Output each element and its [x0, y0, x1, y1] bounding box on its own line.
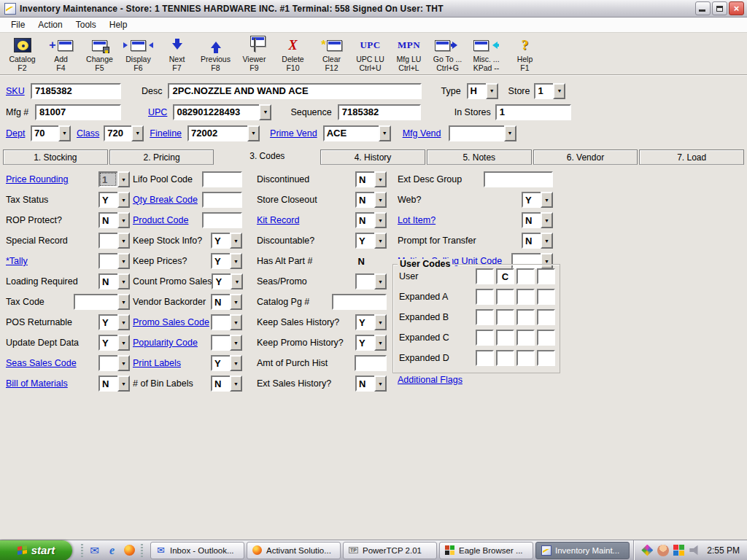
- rop-protect-combo[interactable]: N▼: [98, 212, 130, 228]
- ext-sales-history-combo[interactable]: N▼: [355, 376, 387, 392]
- help-button[interactable]: ? Help F1: [506, 34, 544, 74]
- dropdown-arrow-icon[interactable]: ▼: [230, 253, 242, 269]
- store-combo[interactable]: 1▼: [534, 83, 565, 99]
- prime-vend-combo[interactable]: ACE▼: [323, 125, 391, 141]
- dropdown-arrow-icon[interactable]: ▼: [541, 192, 553, 208]
- discountable-combo[interactable]: Y▼: [355, 233, 387, 249]
- print-labels-combo[interactable]: Y▼: [211, 355, 242, 371]
- keep-sales-history-combo[interactable]: Y▼: [355, 314, 387, 330]
- sequence-field[interactable]: 7185382: [338, 104, 421, 120]
- price-rounding-combo[interactable]: 1▼: [98, 171, 130, 187]
- fineline-combo[interactable]: 72002▼: [187, 125, 260, 141]
- qty-break-code-input[interactable]: [202, 192, 242, 208]
- user-code-box[interactable]: [476, 350, 494, 366]
- tax-code-combo[interactable]: ▼: [74, 294, 130, 310]
- dropdown-arrow-icon[interactable]: ▼: [553, 83, 565, 99]
- user-code-box[interactable]: [537, 330, 555, 346]
- user-code-box[interactable]: [516, 350, 535, 366]
- dropdown-arrow-icon[interactable]: ▼: [117, 212, 130, 228]
- colored-squares-icon[interactable]: [673, 545, 685, 556]
- delete-button[interactable]: X Delete F10: [274, 34, 312, 74]
- amt-purch-hist-input[interactable]: [355, 355, 387, 371]
- desc-field[interactable]: 2PC.NOZZLE AND WAND ACE: [168, 83, 422, 99]
- dropdown-arrow-icon[interactable]: ▼: [117, 253, 130, 269]
- keep-promo-history-combo[interactable]: Y▼: [355, 335, 387, 351]
- outlook-icon[interactable]: ✉: [88, 544, 101, 556]
- menu-tools[interactable]: Tools: [69, 18, 103, 31]
- store-closeout-combo[interactable]: N▼: [355, 192, 387, 208]
- mfg-field[interactable]: 81007: [35, 104, 121, 120]
- promo-sales-code-combo[interactable]: ▼: [211, 314, 242, 330]
- tab-vendor[interactable]: 6. Vendor: [533, 149, 638, 165]
- restore-button[interactable]: [712, 1, 727, 15]
- seas-promo-combo[interactable]: ▼: [355, 273, 387, 289]
- menu-file[interactable]: File: [4, 18, 31, 31]
- prompt-for-transfer-combo[interactable]: N▼: [522, 233, 553, 249]
- qty-break-code-link[interactable]: Qty Break Code: [133, 195, 198, 205]
- firefox-icon[interactable]: [123, 544, 136, 556]
- user-code-box[interactable]: [537, 289, 555, 305]
- dropdown-arrow-icon[interactable]: ▼: [374, 314, 387, 330]
- count-promo-sales-combo[interactable]: Y▼: [212, 273, 243, 289]
- bin-labels-combo[interactable]: N▼: [211, 376, 242, 392]
- popularity-code-link[interactable]: Popularity Code: [133, 338, 198, 348]
- mfg-vend-combo[interactable]: ▼: [449, 125, 516, 141]
- seas-sales-code-link[interactable]: Seas Sales Code: [6, 358, 77, 368]
- mfg-vend-link[interactable]: Mfg Vend: [403, 128, 441, 139]
- upc-link[interactable]: UPC: [148, 107, 167, 117]
- user-code-box[interactable]: [496, 330, 514, 346]
- dropdown-arrow-icon[interactable]: ▼: [374, 273, 387, 289]
- seas-sales-code-combo[interactable]: ▼: [98, 355, 130, 371]
- kit-record-link[interactable]: Kit Record: [257, 215, 299, 225]
- special-record-combo[interactable]: ▼: [98, 233, 130, 249]
- promo-sales-code-link[interactable]: Promo Sales Code: [133, 317, 209, 327]
- tab-load[interactable]: 7. Load: [639, 149, 744, 165]
- print-labels-link[interactable]: Print Labels: [133, 358, 181, 368]
- dropdown-arrow-icon[interactable]: ▼: [374, 171, 387, 187]
- start-button[interactable]: start: [0, 540, 72, 560]
- user-code-box[interactable]: [516, 268, 535, 284]
- dropdown-arrow-icon[interactable]: ▼: [541, 233, 553, 249]
- taskbar-button-activant[interactable]: Activant Solutio...: [247, 542, 341, 559]
- tab-stocking[interactable]: 1. Stocking: [3, 149, 108, 165]
- tax-status-combo[interactable]: Y▼: [98, 192, 130, 208]
- user-code-box[interactable]: [516, 309, 535, 325]
- drag-handle[interactable]: [81, 544, 83, 557]
- pos-returnable-combo[interactable]: Y▼: [98, 314, 130, 330]
- dropdown-arrow-icon[interactable]: ▼: [230, 294, 242, 310]
- ext-desc-group-input[interactable]: [484, 171, 553, 187]
- user-code-box[interactable]: [476, 330, 494, 346]
- catalog-pg-input[interactable]: [332, 294, 387, 310]
- lifo-pool-code-input[interactable]: [202, 171, 242, 187]
- tally-combo[interactable]: ▼: [98, 253, 130, 269]
- tab-pricing[interactable]: 2. Pricing: [109, 149, 214, 165]
- tab-codes[interactable]: 3. Codes: [215, 147, 319, 165]
- user-code-box[interactable]: [496, 309, 514, 325]
- taskbar-button-powertcp[interactable]: TP PowerTCP 2.01: [343, 542, 437, 559]
- next-button[interactable]: Next F7: [158, 34, 196, 74]
- add-button[interactable]: + Add F4: [42, 34, 80, 74]
- dept-link[interactable]: Dept: [6, 128, 31, 139]
- menu-help[interactable]: Help: [103, 18, 134, 31]
- change-button[interactable]: Change F5: [80, 34, 119, 74]
- dropdown-arrow-icon[interactable]: ▼: [374, 192, 387, 208]
- drag-handle[interactable]: [141, 544, 143, 557]
- dropdown-arrow-icon[interactable]: ▼: [230, 355, 242, 371]
- dropdown-arrow-icon[interactable]: ▼: [117, 171, 130, 187]
- close-button[interactable]: ×: [729, 1, 744, 15]
- go-to-button[interactable]: Go To ... Ctrl+G: [428, 34, 467, 74]
- vendor-backorder-combo[interactable]: N▼: [211, 294, 242, 310]
- dropdown-arrow-icon[interactable]: ▼: [117, 335, 130, 351]
- bill-of-materials-combo[interactable]: N▼: [98, 376, 130, 392]
- user-code-box[interactable]: [496, 350, 514, 366]
- taskbar-button-eagle[interactable]: Eagle Browser ...: [439, 542, 533, 559]
- upc-lu-button[interactable]: UPC UPC LU Ctrl+U: [351, 34, 390, 74]
- activant-v-icon[interactable]: [641, 545, 653, 556]
- user-code-box[interactable]: [537, 309, 555, 325]
- dropdown-arrow-icon[interactable]: ▼: [374, 233, 387, 249]
- dept-combo[interactable]: 70▼: [31, 125, 71, 141]
- dropdown-arrow-icon[interactable]: ▼: [117, 294, 130, 310]
- in-stores-field[interactable]: 1: [495, 104, 571, 120]
- user-code-box[interactable]: [537, 268, 555, 284]
- mfg-lu-button[interactable]: MPN Mfg LU Ctrl+L: [390, 34, 428, 74]
